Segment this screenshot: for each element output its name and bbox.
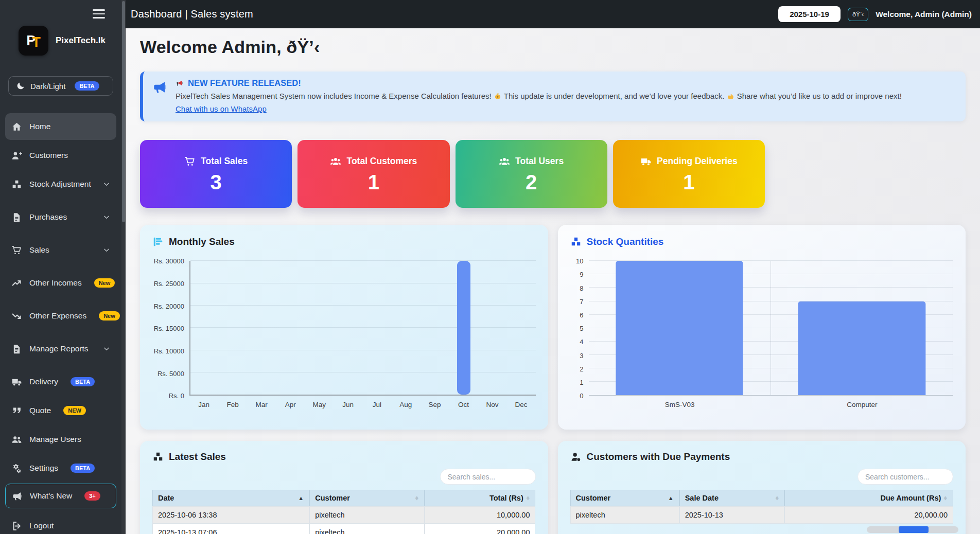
table-cell: 20,000.00: [784, 506, 953, 524]
sales-search-input[interactable]: [440, 469, 536, 485]
column-header-sale-date[interactable]: Sale Date◆: [679, 490, 785, 506]
stat-value: 2: [526, 172, 537, 192]
table-cell: pixeltech: [570, 506, 679, 524]
horizontal-scrollbar[interactable]: [867, 526, 958, 533]
person-badge-icon: [570, 451, 582, 462]
y-tick-label: 3: [580, 351, 583, 359]
brand[interactable]: PT PixelTech.lk: [0, 26, 121, 56]
chevron-down-icon: [103, 213, 110, 221]
topbar: Dashboard | Sales system 2025-10-19 ðŸ’‹…: [126, 0, 980, 28]
sidebar-item-label: Other Incomes: [29, 278, 82, 288]
quote-icon: [11, 405, 22, 416]
chart-slot: [219, 261, 248, 395]
scrollbar-thumb[interactable]: [122, 1, 125, 222]
x-tick-label: SmS-V03: [589, 401, 771, 408]
bar-sms-v03: [616, 261, 743, 395]
stat-label: Total Sales: [201, 156, 248, 167]
sort-icon: ◆: [944, 495, 947, 501]
cart-icon: [11, 245, 22, 256]
stat-card-total-users[interactable]: Total Users2: [456, 140, 607, 208]
x-tick-label: Computer: [771, 401, 953, 408]
sidebar-scrollbar[interactable]: [121, 0, 126, 534]
chevron-down-icon: [103, 181, 110, 188]
chart-slot: [190, 261, 219, 395]
x-tick-label: Mar: [247, 401, 276, 408]
sidebar-item-sales[interactable]: Sales: [5, 237, 116, 263]
column-header-due-amount-rs[interactable]: Due Amount (Rs)◆: [784, 490, 953, 506]
menu-icon[interactable]: [92, 8, 106, 21]
sidebar-item-manage-reports[interactable]: Manage Reports: [5, 335, 116, 362]
announcement-title: NEW FEATURE RELEASED!: [188, 78, 301, 88]
card-title: Monthly Sales: [169, 236, 235, 247]
sidebar-item-label: Manage Users: [29, 435, 81, 444]
column-label: Date: [158, 494, 174, 502]
x-tick-label: Apr: [276, 401, 305, 408]
due-payments-table: Customer▲Sale Date◆Due Amount (Rs)◆pixel…: [570, 490, 954, 524]
sidebar-item-customers[interactable]: Customers: [5, 142, 116, 169]
sidebar-item-other-incomes[interactable]: Other IncomesNew: [5, 270, 116, 296]
due-payments-card: Customers with Due Payments Customer▲Sal…: [558, 441, 966, 534]
sidebar-item-home[interactable]: Home: [5, 113, 116, 140]
sidebar-item-purchases[interactable]: Purchases: [5, 204, 116, 230]
sidebar-item-quote[interactable]: QuoteNEW: [5, 397, 116, 424]
column-header-date[interactable]: Date▲: [152, 490, 309, 506]
column-header-total-rs[interactable]: Total (Rs)◆: [425, 490, 536, 506]
x-tick-label: Dec: [507, 401, 536, 408]
sidebar-item-delivery[interactable]: DeliveryBETA: [5, 368, 116, 395]
date-button[interactable]: 2025-10-19: [778, 6, 841, 22]
users-icon: [330, 156, 341, 167]
sidebar-item-label: Other Expenses: [29, 311, 86, 321]
y-tick-label: 9: [580, 271, 583, 278]
sort-asc-icon: ▲: [298, 495, 304, 501]
stat-card-pending-deliveries[interactable]: Pending Deliveries1: [613, 140, 765, 208]
sidebar-item-label: Purchases: [29, 212, 67, 222]
monthly-sales-chart: Rs. 0Rs. 5000Rs. 10000Rs. 15000Rs. 20000…: [152, 261, 536, 408]
sort-icon: ◆: [776, 495, 779, 501]
stat-card-total-sales[interactable]: Total Sales3: [140, 140, 292, 208]
wave-emoji-button[interactable]: ðŸ’‹: [848, 8, 868, 21]
stat-card-total-customers[interactable]: Total Customers1: [297, 140, 449, 208]
sidebar-item-stock-adjustment[interactable]: Stock Adjustment: [5, 171, 116, 198]
customers-search-input[interactable]: [857, 469, 953, 485]
sidebar-item-logout[interactable]: Logout: [5, 512, 116, 534]
stat-label: Total Customers: [346, 156, 417, 167]
x-tick-label: Aug: [391, 401, 420, 408]
sidebar-item-manage-users[interactable]: Manage Users: [5, 426, 116, 453]
x-tick-label: Sep: [420, 401, 449, 408]
brand-logo: PT: [19, 26, 48, 56]
stat-value: 1: [683, 172, 694, 192]
chart-slot: [478, 261, 507, 395]
badge: BETA: [71, 377, 95, 386]
y-tick-label: 8: [580, 284, 583, 292]
person-plus-icon: [11, 150, 22, 161]
badge: BETA: [71, 464, 95, 473]
chart-slot: [771, 261, 953, 395]
sidebar-item-settings[interactable]: SettingsBETA: [5, 455, 116, 482]
sidebar-item-label: Quote: [29, 406, 51, 415]
megaphone-icon: [152, 80, 167, 114]
x-tick-label: Nov: [478, 401, 506, 408]
sidebar-item-label: Home: [29, 122, 50, 131]
trend-down-icon: [11, 311, 22, 322]
sidebar-nav: HomeCustomersStock AdjustmentPurchasesSa…: [0, 113, 121, 534]
document-icon: [11, 212, 22, 223]
y-tick-label: Rs. 25000: [154, 279, 184, 287]
moon-icon: [16, 81, 25, 91]
badge: New: [94, 278, 115, 288]
charts-row: Monthly Sales Rs. 0Rs. 5000Rs. 10000Rs. …: [140, 225, 966, 430]
theme-toggle-label: Dark/Light: [30, 82, 65, 91]
sidebar-item-label: What's New: [30, 491, 72, 501]
whatsapp-link[interactable]: Chat with us on WhatsApp: [176, 104, 267, 113]
y-tick-label: 5: [580, 325, 583, 332]
y-tick-label: Rs. 10000: [154, 347, 184, 354]
theme-toggle-button[interactable]: Dark/Light BETA: [8, 76, 113, 96]
column-header-customer[interactable]: Customer◆: [309, 490, 424, 506]
column-header-customer[interactable]: Customer▲: [570, 490, 679, 506]
scrollbar-thumb[interactable]: [899, 526, 929, 533]
sidebar-item-other-expenses[interactable]: Other ExpensesNew: [5, 302, 116, 329]
boxes-icon: [570, 236, 582, 247]
x-tick-label: Jan: [189, 401, 218, 408]
sidebar-item-what-s-new[interactable]: What's New3+: [5, 484, 116, 508]
trend-up-icon: [11, 278, 22, 289]
page-title: Dashboard | Sales system: [131, 8, 253, 20]
